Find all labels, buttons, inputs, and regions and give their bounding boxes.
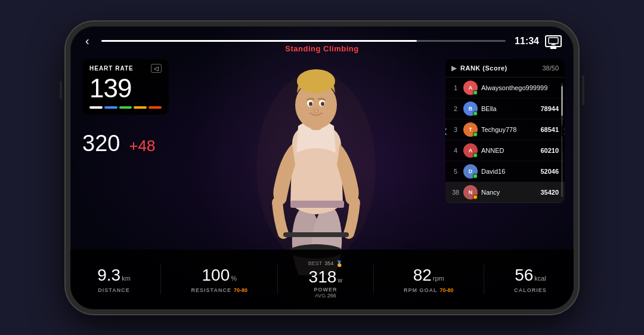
lb-score-3: 68541 [540, 126, 559, 133]
hr-value: 139 [89, 75, 162, 102]
lb-rank-4: 4 [451, 147, 460, 154]
power-button [582, 75, 584, 105]
svg-rect-13 [549, 38, 558, 44]
heart-rate-widget: HEART RATE ◁ 139 [82, 59, 169, 115]
calories-unit: kcal [534, 275, 546, 282]
stats-bar: 9.3 km DISTANCE 100 % RESISTANCE 70-80 [70, 250, 574, 309]
lb-rank-badge: 38/50 [542, 64, 559, 72]
svg-point-6 [297, 69, 335, 93]
lb-row: 2 B BElla 78944 [445, 99, 565, 119]
stat-calories: 56 kcal CALORIES [514, 266, 547, 293]
lb-name-38: Nancy [481, 189, 537, 196]
lb-score-2: 78944 [540, 105, 559, 112]
lb-score-4: 60210 [540, 147, 559, 154]
leaderboard: ❮ ❯ ▶ RANK (Score) 38/50 1 [445, 59, 565, 203]
lb-name-3: Techguy778 [481, 126, 537, 133]
calories-value: 56 [515, 266, 533, 285]
stat-power: BEST 354 🏅 318 w POWER AVG 266 [308, 260, 343, 299]
lb-row: 4 A ANNED 60210 [445, 140, 565, 161]
hr-zone-2 [104, 106, 117, 109]
lb-avatar-5: D [463, 164, 478, 179]
rpm-label: RPM GOAL [404, 287, 438, 293]
lb-avatar-2: B [463, 102, 478, 116]
distance-value: 9.3 [97, 266, 120, 285]
divider-1 [160, 265, 161, 294]
hr-zone-3 [119, 106, 132, 109]
lb-row: 3 T Techguy778 68541 [445, 119, 565, 140]
distance-label: DISTANCE [98, 287, 129, 293]
lb-rank-38: 38 [451, 189, 460, 196]
score-delta: +48 [129, 137, 155, 155]
divider-4 [484, 265, 484, 294]
svg-point-10 [321, 102, 324, 106]
power-unit: w [338, 276, 342, 284]
lb-rank-3: 3 [451, 126, 460, 133]
workout-phase-label: Standing Climbing [285, 44, 358, 53]
resistance-label: RESISTANCE [191, 287, 231, 293]
lb-row-current: 38 N Nancy 35420 [445, 182, 565, 203]
divider-3 [373, 265, 374, 294]
lb-name-5: David16 [481, 168, 537, 175]
lb-scrollbar-thumb [561, 86, 563, 116]
lb-rank-5: 5 [451, 168, 460, 175]
phone-wrapper: ‹ 11:34 Standing Climbing HEA [66, 21, 578, 314]
divider-2 [277, 265, 278, 294]
resistance-value: 100 [202, 266, 230, 285]
rpm-unit: rpm [433, 275, 444, 282]
leaderboard-side-button[interactable] [562, 125, 565, 152]
resistance-goal: 70-80 [234, 287, 247, 293]
stat-rpm: 82 rpm RPM GOAL 70-80 [404, 266, 454, 293]
lb-name-4: ANNED [481, 147, 537, 154]
lb-rank-1: 1 [451, 84, 460, 91]
stat-resistance: 100 % RESISTANCE 70-80 [191, 266, 247, 293]
time-display: 11:34 [515, 36, 539, 47]
phone-frame: ‹ 11:34 Standing Climbing HEA [66, 21, 578, 314]
instructor-figure [239, 48, 394, 275]
hr-zone-5 [148, 106, 162, 109]
hr-zones [89, 106, 162, 109]
lb-avatar-38: N [463, 185, 478, 199]
hr-zone-1 [89, 106, 103, 109]
calories-label: CALORIES [514, 287, 547, 293]
lb-row: 1 A Alwaysonthego999999 [445, 78, 565, 99]
lb-avatar-3: T [463, 122, 478, 137]
tv-icon[interactable] [545, 35, 562, 47]
svg-rect-11 [283, 232, 349, 237]
rpm-goal: 70-80 [439, 287, 453, 293]
svg-point-9 [309, 102, 312, 106]
volume-button [60, 81, 62, 99]
hr-toggle-icon[interactable]: ◁ [151, 64, 162, 73]
power-label: POWER [314, 287, 337, 293]
instructor-svg [239, 48, 394, 275]
lb-title: RANK (Score) [460, 64, 507, 72]
lb-row: 5 D David16 52046 [445, 161, 565, 182]
svg-rect-3 [290, 201, 344, 208]
lb-name-2: BElla [481, 105, 537, 112]
stat-distance: 9.3 km DISTANCE [97, 266, 131, 293]
back-button[interactable]: ‹ [82, 31, 92, 51]
rpm-value: 82 [413, 266, 432, 285]
lb-avatar-4: A [463, 143, 478, 158]
distance-unit: km [122, 275, 131, 282]
lb-score-5: 52046 [540, 168, 559, 175]
power-value: 318 [309, 268, 337, 287]
hr-label: HEART RATE [89, 65, 134, 72]
lb-name-1: Alwaysonthego999999 [481, 84, 555, 91]
lb-score-38: 35420 [540, 189, 559, 196]
progress-bar-fill [101, 40, 417, 42]
score-value: 320 [82, 131, 120, 156]
progress-bar-container [101, 40, 506, 42]
score-area: 320 +48 [82, 131, 156, 156]
hr-zone-4 [134, 106, 147, 109]
lb-header: ▶ RANK (Score) 38/50 [445, 59, 565, 78]
lb-avatar-1: A [463, 81, 478, 95]
resistance-unit: % [231, 275, 237, 282]
lb-rank-2: 2 [451, 105, 460, 112]
screen: ‹ 11:34 Standing Climbing HEA [70, 26, 574, 309]
